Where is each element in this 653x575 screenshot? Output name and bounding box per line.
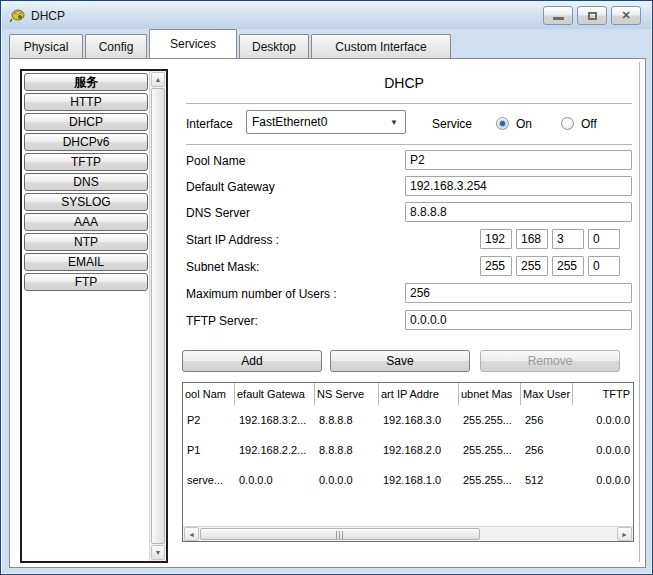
- sidebar-item-dhcp[interactable]: DHCP: [24, 113, 148, 131]
- table-cell: 512: [521, 465, 573, 495]
- sidebar-item-http[interactable]: HTTP: [24, 93, 148, 111]
- start-ip-octet-1[interactable]: [480, 229, 512, 249]
- tab-physical[interactable]: Physical: [9, 34, 83, 58]
- col-header-pool-name[interactable]: ool Nam: [183, 383, 235, 405]
- titlebar[interactable]: DHCP ✕: [2, 2, 651, 29]
- table-header-row: ool Nam efault Gatewa NS Serve art IP Ad…: [183, 383, 633, 405]
- subnet-mask-octet-2[interactable]: [516, 256, 548, 276]
- table-cell: 255.255...: [459, 405, 521, 435]
- sidebar-item-dhcpv6[interactable]: DHCPv6: [24, 133, 148, 151]
- close-button[interactable]: ✕: [611, 6, 641, 25]
- restore-icon: [588, 12, 597, 20]
- tab-config[interactable]: Config: [85, 34, 147, 58]
- window-title: DHCP: [31, 9, 65, 23]
- scrollbar-grip-icon: [336, 531, 344, 539]
- table-row[interactable]: P1 192.168.2.2... 8.8.8.8 192.168.2.0 25…: [183, 435, 633, 465]
- start-ip-octet-3[interactable]: [552, 229, 584, 249]
- sidebar-item-services-header[interactable]: 服务: [24, 73, 148, 91]
- table-cell: 192.168.3.0: [379, 405, 459, 435]
- start-ip-octet-2[interactable]: [516, 229, 548, 249]
- pool-name-label: Pool Name: [186, 154, 245, 168]
- minimize-button[interactable]: [543, 6, 573, 25]
- tab-custom-interface[interactable]: Custom Interface: [311, 34, 451, 58]
- pool-name-input[interactable]: [405, 150, 632, 170]
- minimize-icon: [553, 17, 564, 20]
- col-header-dns-server[interactable]: NS Serve: [315, 383, 379, 405]
- interface-select[interactable]: FastEthernet0 ▼: [246, 110, 406, 134]
- chevron-down-icon: ▼: [390, 118, 405, 127]
- table-cell: 256: [521, 435, 573, 465]
- table-scrollbar-thumb[interactable]: [200, 528, 480, 540]
- table-cell: 256: [521, 405, 573, 435]
- sidebar-item-ftp[interactable]: FTP: [24, 273, 148, 291]
- dns-server-label: DNS Server: [186, 206, 250, 220]
- add-button[interactable]: Add: [182, 350, 322, 372]
- tab-bar: Physical Config Services Desktop Custom …: [9, 29, 644, 58]
- col-header-default-gateway[interactable]: efault Gatewa: [235, 383, 315, 405]
- tftp-server-label: TFTP Server:: [186, 314, 258, 328]
- table-cell: 192.168.2.2...: [235, 435, 315, 465]
- sidebar-scrollbar[interactable]: ▲ ▼: [149, 71, 166, 561]
- service-on-label[interactable]: On: [516, 117, 532, 131]
- scroll-up-icon[interactable]: ▲: [151, 72, 165, 87]
- sidebar-item-tftp[interactable]: TFTP: [24, 153, 148, 171]
- service-off-radio[interactable]: [561, 117, 574, 130]
- table-cell: 8.8.8.8: [315, 405, 379, 435]
- table-cell: 192.168.3.2...: [235, 405, 315, 435]
- services-tab-content: 服务 HTTP DHCP DHCPv6 TFTP DNS SYSLOG AAA …: [9, 58, 646, 568]
- window-controls: ✕: [543, 6, 644, 25]
- service-on-radio[interactable]: [496, 117, 509, 130]
- start-ip-octet-4[interactable]: [588, 229, 620, 249]
- sidebar-item-syslog[interactable]: SYSLOG: [24, 193, 148, 211]
- dhcp-pool-table: ool Nam efault Gatewa NS Serve art IP Ad…: [182, 382, 634, 542]
- packet-tracer-app-icon: [9, 7, 26, 24]
- scroll-left-icon[interactable]: ◄: [184, 527, 199, 541]
- table-cell: 0.0.0.0: [573, 435, 633, 465]
- table-cell: 8.8.8.8: [315, 435, 379, 465]
- table-horizontal-scrollbar[interactable]: ◄ ►: [183, 526, 633, 541]
- table-cell: 255.255...: [459, 435, 521, 465]
- tab-services[interactable]: Services: [149, 29, 237, 58]
- table-cell: 255.255...: [459, 465, 521, 495]
- table-cell: P1: [183, 435, 235, 465]
- sidebar-item-ntp[interactable]: NTP: [24, 233, 148, 251]
- dhcp-window: DHCP ✕ Physical Config Services Desktop …: [0, 0, 653, 575]
- scroll-right-icon[interactable]: ►: [617, 527, 632, 541]
- subnet-mask-label: Subnet Mask:: [186, 260, 259, 274]
- col-header-max-users[interactable]: Max User: [521, 383, 573, 405]
- table-cell: 0.0.0.0: [315, 465, 379, 495]
- table-row[interactable]: serve... 0.0.0.0 0.0.0.0 192.168.1.0 255…: [183, 465, 633, 495]
- col-header-tftp[interactable]: TFTP: [573, 383, 633, 405]
- table-cell: serve...: [183, 465, 235, 495]
- close-icon: ✕: [621, 10, 630, 21]
- panel-title: DHCP: [178, 75, 630, 91]
- default-gateway-input[interactable]: [405, 176, 632, 196]
- table-row[interactable]: P2 192.168.3.2... 8.8.8.8 192.168.3.0 25…: [183, 405, 633, 435]
- sidebar-item-dns[interactable]: DNS: [24, 173, 148, 191]
- divider: [186, 103, 632, 104]
- max-users-input[interactable]: [405, 283, 632, 303]
- tab-desktop[interactable]: Desktop: [239, 34, 309, 58]
- service-off-label[interactable]: Off: [581, 117, 597, 131]
- sidebar-item-email[interactable]: EMAIL: [24, 253, 148, 271]
- sidebar-item-aaa[interactable]: AAA: [24, 213, 148, 231]
- subnet-mask-octet-4[interactable]: [588, 256, 620, 276]
- restore-button[interactable]: [577, 6, 607, 25]
- table-cell: P2: [183, 405, 235, 435]
- table-cell: 192.168.1.0: [379, 465, 459, 495]
- subnet-mask-octet-3[interactable]: [552, 256, 584, 276]
- scroll-down-icon[interactable]: ▼: [151, 545, 165, 560]
- divider: [186, 144, 632, 145]
- table-cell: 0.0.0.0: [573, 465, 633, 495]
- remove-button: Remove: [480, 350, 620, 372]
- col-header-start-ip[interactable]: art IP Addre: [379, 383, 459, 405]
- save-button[interactable]: Save: [330, 350, 470, 372]
- subnet-mask-octet-1[interactable]: [480, 256, 512, 276]
- interface-selected-value: FastEthernet0: [252, 115, 327, 129]
- start-ip-label: Start IP Address :: [186, 233, 279, 247]
- services-sidebar: 服务 HTTP DHCP DHCPv6 TFTP DNS SYSLOG AAA …: [20, 69, 168, 563]
- tftp-server-input[interactable]: [405, 310, 632, 330]
- dns-server-input[interactable]: [405, 202, 632, 222]
- sidebar-scrollbar-thumb[interactable]: [151, 88, 165, 544]
- col-header-subnet-mask[interactable]: ubnet Mas: [459, 383, 521, 405]
